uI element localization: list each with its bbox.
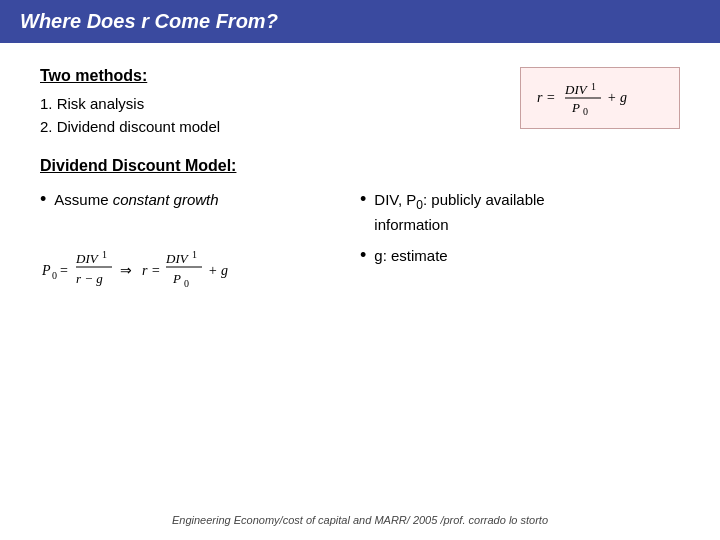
constant-growth-text: constant growth <box>113 191 219 208</box>
svg-text:DIV: DIV <box>165 251 190 266</box>
header-text-suffix: Come From? <box>149 10 278 32</box>
formula-svg-top: r = DIV 1 P 0 + g <box>535 76 665 120</box>
main-content: r = DIV 1 P 0 + g Two methods: 1. Risk a… <box>0 43 720 328</box>
large-formula-svg: P 0 = DIV 1 r − g ⇒ r = DIV <box>40 239 300 299</box>
right-column: • DIV, P0: publicly available informatio… <box>340 189 680 276</box>
svg-text:DIV: DIV <box>564 82 589 97</box>
left-column: • Assume constant growth P 0 = DIV 1 <box>40 189 340 312</box>
svg-text:0: 0 <box>52 270 57 281</box>
p0-subscript: 0 <box>416 198 423 212</box>
bullet-div-p0: • DIV, P0: publicly available informatio… <box>360 189 680 235</box>
bullet-text-1: Assume constant growth <box>54 189 218 210</box>
svg-text:1: 1 <box>591 81 596 92</box>
svg-text:0: 0 <box>184 278 189 289</box>
header-r-var: r <box>141 10 149 32</box>
bullet-dot-2: • <box>360 189 366 211</box>
svg-text:P: P <box>172 271 181 286</box>
svg-text:P: P <box>41 263 51 278</box>
information-text: information <box>374 216 448 233</box>
header-text-prefix: Where Does <box>20 10 141 32</box>
two-column-layout: • Assume constant growth P 0 = DIV 1 <box>40 189 680 312</box>
header-title: Where Does r Come From? <box>20 10 278 33</box>
formula-display-large: P 0 = DIV 1 r − g ⇒ r = DIV <box>40 229 340 312</box>
svg-text:=: = <box>60 263 68 278</box>
svg-text:r =: r = <box>537 90 555 105</box>
svg-text:1: 1 <box>192 249 197 260</box>
slide-header: Where Does r Come From? <box>0 0 720 43</box>
svg-text:1: 1 <box>102 249 107 260</box>
svg-text:+ g: + g <box>607 90 627 105</box>
svg-text:⇒: ⇒ <box>120 263 132 278</box>
dividend-section: Dividend Discount Model: • Assume consta… <box>40 157 680 312</box>
slide-footer: Engineering Economy/cost of capital and … <box>0 514 720 526</box>
bullet-dot-3: • <box>360 245 366 267</box>
bullet-g-estimate: • g: estimate <box>360 245 680 267</box>
svg-text:+ g: + g <box>208 263 228 278</box>
svg-text:DIV: DIV <box>75 251 100 266</box>
formula-box-top-right: r = DIV 1 P 0 + g <box>520 67 680 129</box>
estimate-text: estimate <box>391 247 448 264</box>
bullet-constant-growth: • Assume constant growth <box>40 189 340 211</box>
bullet-text-3: g: estimate <box>374 245 447 266</box>
bullet-text-2: DIV, P0: publicly available information <box>374 189 544 235</box>
dividend-model-label: Dividend Discount Model: <box>40 157 680 175</box>
bullet-dot-1: • <box>40 189 46 211</box>
svg-text:0: 0 <box>583 106 588 117</box>
svg-text:P: P <box>571 100 580 115</box>
svg-text:r =: r = <box>142 263 160 278</box>
svg-text:r − g: r − g <box>76 271 103 286</box>
